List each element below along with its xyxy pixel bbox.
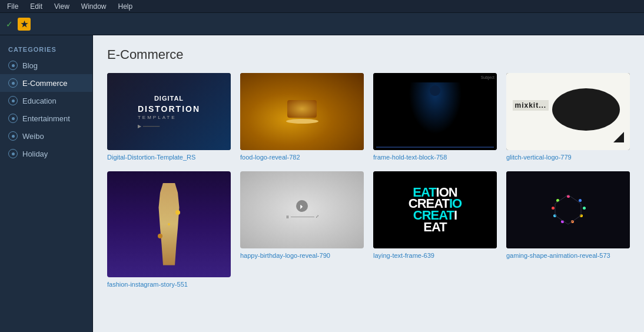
sidebar-label-education: Education [22, 97, 57, 105]
sidebar-section-title: CATEGORIES [0, 41, 92, 57]
sidebar-item-weibo[interactable]: Weibo [0, 127, 92, 145]
thumb-birthday-controls: ⏸⤢ [286, 214, 319, 219]
sidebar-icon-education [8, 96, 18, 105]
thumb-food-content [286, 100, 318, 124]
toolbar-check-icon: ✓ [6, 19, 13, 29]
thumb-gaming [506, 171, 630, 248]
grid-item-laying-text[interactable]: EATION CREATIO CREATI EAT laying-text-fr… [373, 171, 497, 288]
sidebar-icon-holiday [8, 149, 18, 158]
menubar: File Edit View Window Help [0, 0, 644, 13]
sidebar: CATEGORIES Blog E-Commerce Education Ent… [0, 35, 93, 332]
thumb-digital-sub: TEMPLATE [138, 115, 200, 120]
grid-item-birthday[interactable]: ⏵ ⏸⤢ happy-birthday-logo-reveal-790 [240, 171, 364, 288]
thumb-fashion-lights [168, 223, 170, 225]
sidebar-item-entertainment[interactable]: Entertainment [0, 109, 92, 127]
grid-label-glitch: glitch-vertical-logo-779 [506, 153, 630, 161]
thumb-frame-head [430, 85, 440, 96]
thumb-frame-bar [376, 147, 494, 148]
toolbar: ✓ ★ [0, 13, 644, 35]
sidebar-icon-ecommerce [8, 78, 18, 88]
page-title: E-Commerce [107, 47, 630, 62]
thumb-glitch-brand: mixkit... [513, 100, 549, 111]
sidebar-label-ecommerce: E-Commerce [22, 79, 68, 88]
grid-label-gaming: gaming-shape-animation-reveal-573 [506, 251, 630, 260]
thumb-digital-bg: DIGITALDISTORTION TEMPLATE ▶ ━━━━━━━ [107, 73, 231, 150]
thumb-digital-controls: ▶ ━━━━━━━ [138, 124, 200, 129]
grid-label-food-logo: food-logo-reveal-782 [240, 153, 364, 161]
grid-label-birthday: happy-birthday-logo-reveal-790 [240, 251, 364, 260]
thumb-frame-bg: Subject [373, 73, 497, 150]
sidebar-icon-weibo [8, 131, 18, 141]
sidebar-item-education[interactable]: Education [0, 92, 92, 109]
grid-item-food-logo[interactable]: food-logo-reveal-782 [240, 73, 364, 162]
grid-item-glitch[interactable]: mixkit... glitch-vertical-logo-779 [506, 73, 630, 162]
sidebar-label-entertainment: Entertainment [22, 114, 70, 123]
menu-window[interactable]: Window [79, 1, 109, 12]
grid-item-fashion[interactable]: fashion-instagram-story-551 [107, 171, 231, 288]
thumb-birthday: ⏵ ⏸⤢ [240, 171, 364, 248]
menu-edit[interactable]: Edit [28, 1, 45, 12]
thumb-laying-text: EATION CREATIO CREATI EAT [373, 171, 497, 248]
menu-file[interactable]: File [5, 1, 21, 12]
thumb-food-bun [286, 119, 318, 124]
thumb-food-inner [240, 73, 364, 150]
thumb-food-bg [240, 73, 364, 150]
thumb-birthday-bg: ⏵ ⏸⤢ [240, 171, 364, 248]
grid-label-fashion: fashion-instagram-story-551 [107, 280, 231, 288]
grid-label-frame-hold: frame-hold-text-block-758 [373, 153, 497, 161]
thumb-laying-content: EATION CREATIO CREATI EAT [409, 187, 462, 233]
sidebar-label-blog: Blog [22, 61, 38, 70]
grid-label-digital-distortion: Digital-Distortion-Template_RS [107, 153, 231, 161]
sidebar-icon-blog [8, 61, 18, 70]
thumb-laying-bg: EATION CREATIO CREATI EAT [373, 171, 497, 248]
menu-view[interactable]: View [52, 1, 72, 12]
sidebar-icon-entertainment [8, 114, 18, 123]
gaming-svg [550, 192, 586, 227]
thumb-fashion-bg [107, 171, 231, 277]
thumb-frame-figure [404, 82, 466, 140]
grid-label-laying-text: laying-text-frame-639 [373, 251, 497, 260]
toolbar-logo[interactable]: ★ [18, 18, 31, 31]
thumb-food-patty [287, 100, 317, 118]
grid-item-frame-hold[interactable]: Subject frame-hold-text-block-758 [373, 73, 497, 162]
thumb-fashion-content [107, 171, 231, 277]
logo-icon: ★ [21, 19, 28, 29]
sidebar-label-holiday: Holiday [22, 150, 48, 158]
thumb-birthday-content: ⏵ ⏸⤢ [286, 200, 319, 219]
content-grid: DIGITALDISTORTION TEMPLATE ▶ ━━━━━━━ Dig… [107, 73, 630, 288]
thumb-fashion [107, 171, 231, 277]
menu-help[interactable]: Help [116, 1, 135, 12]
grid-item-gaming[interactable]: gaming-shape-animation-reveal-573 [506, 171, 630, 288]
grid-item-digital-distortion[interactable]: DIGITALDISTORTION TEMPLATE ▶ ━━━━━━━ Dig… [107, 73, 231, 162]
thumb-gaming-dots [550, 192, 586, 227]
thumb-birthday-circle: ⏵ [296, 200, 308, 212]
thumb-frame-tag: Subject [481, 75, 494, 79]
thumb-digital-title: DIGITALDISTORTION [138, 94, 200, 115]
thumb-frame-hold: Subject [373, 73, 497, 150]
content-area: E-Commerce DIGITALDISTORTION TEMPLATE ▶ … [93, 35, 644, 332]
thumb-glitch-bg: mixkit... [506, 73, 630, 150]
sidebar-item-holiday[interactable]: Holiday [0, 145, 92, 162]
svg-marker-0 [555, 195, 581, 224]
thumb-laying-line4: EAT [409, 221, 462, 233]
sidebar-item-blog[interactable]: Blog [0, 57, 92, 74]
thumb-food-logo [240, 73, 364, 150]
sidebar-item-ecommerce[interactable]: E-Commerce [0, 74, 92, 92]
thumb-gaming-bg [506, 171, 630, 248]
sidebar-label-weibo: Weibo [22, 132, 44, 141]
thumb-glitch-tri [613, 132, 624, 142]
main-layout: CATEGORIES Blog E-Commerce Education Ent… [0, 35, 644, 332]
thumb-glitch: mixkit... [506, 73, 630, 150]
thumb-glitch-circle [552, 88, 620, 131]
thumb-digital-distortion: DIGITALDISTORTION TEMPLATE ▶ ━━━━━━━ [107, 73, 231, 150]
thumb-frame-content: Subject [373, 73, 497, 150]
thumb-digital-content: DIGITALDISTORTION TEMPLATE ▶ ━━━━━━━ [138, 94, 200, 129]
